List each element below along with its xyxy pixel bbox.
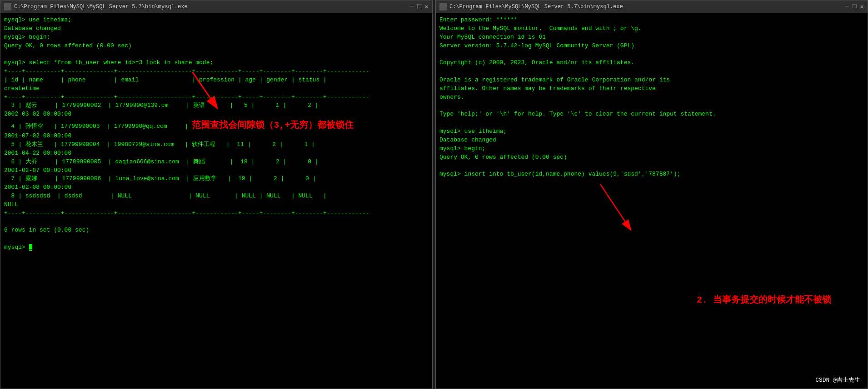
left-window-title: C:\Program Files\MySQL\MySQL Server 5.7\…: [14, 4, 188, 10]
right-window-controls[interactable]: ─ □ ✕: [845, 3, 864, 10]
left-title-left: C:\Program Files\MySQL\MySQL Server 5.7\…: [4, 3, 188, 10]
right-terminal: C:\Program Files\MySQL\MySQL Server 5.7\…: [435, 0, 868, 389]
right-minimize-button[interactable]: ─: [845, 3, 849, 10]
left-title-bar: C:\Program Files\MySQL\MySQL Server 5.7\…: [0, 0, 432, 13]
right-restore-button[interactable]: □: [853, 3, 856, 10]
close-button[interactable]: ✕: [425, 3, 429, 10]
right-close-button[interactable]: ✕: [860, 3, 864, 10]
left-terminal: C:\Program Files\MySQL\MySQL Server 5.7\…: [0, 0, 433, 389]
left-terminal-body: mysql> use itheima; Database changed mys…: [0, 13, 432, 389]
right-app-icon: [439, 3, 447, 10]
right-title-bar: C:\Program Files\MySQL\MySQL Server 5.7\…: [436, 0, 868, 13]
minimize-button[interactable]: ─: [410, 3, 414, 10]
watermark-text: CSDN @吉士先生: [815, 377, 860, 384]
right-window-title: C:\Program Files\MySQL\MySQL Server 5.7\…: [449, 4, 623, 10]
right-terminal-body: Enter password: ****** Welcome to the My…: [436, 13, 868, 389]
annotation2-text: 2. 当事务提交的时候才能不被锁: [697, 295, 831, 305]
left-window-controls[interactable]: ─ □ ✕: [410, 3, 429, 10]
annotation2-container: 2. 当事务提交的时候才能不被锁: [697, 294, 831, 307]
app-icon: [4, 3, 11, 10]
right-terminal-text: Enter password: ****** Welcome to the My…: [439, 16, 864, 179]
restore-button[interactable]: □: [417, 3, 421, 10]
left-terminal-text: mysql> use itheima; Database changed mys…: [4, 16, 429, 252]
watermark: CSDN @吉士先生: [815, 376, 860, 384]
svg-line-3: [600, 184, 631, 230]
right-title-left: C:\Program Files\MySQL\MySQL Server 5.7\…: [439, 3, 623, 10]
